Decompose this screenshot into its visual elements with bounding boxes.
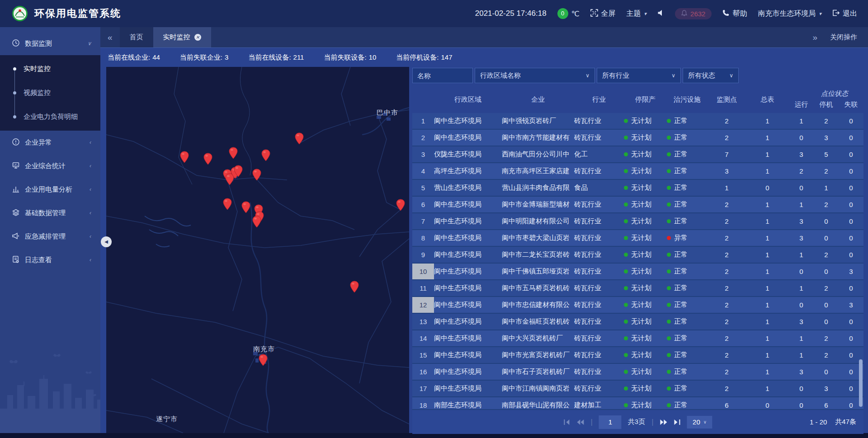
cell-monitor-count: 2 [708,134,746,141]
status-text: 正常 [674,284,688,292]
cell-stop-count: 0 [814,301,839,309]
datetime-display: 2021-02-25 17:46:18 [475,9,547,18]
map-marker-pin[interactable] [396,199,405,211]
sidebar-item-alert-circle[interactable]: 企业异常‹ [0,131,100,154]
cell-production-status: 无计划 [624,284,667,292]
sidebar-item-monitor-clock[interactable]: 数据监测∨ [0,32,100,55]
sidebar-item-megaphone[interactable]: 应急减排管理‹ [0,225,100,248]
first-page-button[interactable] [563,419,570,425]
chevron-down-icon: ∨ [671,72,675,79]
speaker-mute-button[interactable] [657,9,664,18]
map-marker-pin[interactable] [259,354,268,366]
region-filter-select[interactable]: 行政区域名称 ∨ [475,68,595,83]
row-index: 8 [412,230,434,246]
tab-close-icon[interactable]: ✕ [194,34,201,41]
table-row[interactable]: 17阆中生态环境局阆中市江南镇阆南页岩砖瓦行业无计划正常21030 [412,381,863,397]
cell-lost-count: 0 [839,117,863,125]
status-text: 无计划 [631,301,651,309]
tabs-scroll-left-icon[interactable]: « [108,33,113,42]
status-filter-select[interactable]: 所有状态 ∨ [683,68,739,83]
sidebar-subitem[interactable]: 视频监控 [0,81,100,105]
bell-icon [681,10,687,18]
table-row[interactable]: 6阆中生态环境局阆中市金博瑞新型墙材砖瓦行业无计划正常21120 [412,197,863,213]
status-dot-icon [624,320,628,324]
sidebar-subitem[interactable]: 实时监控 [0,57,100,81]
map-collapse-button[interactable]: ◀ [101,236,112,247]
cell-facility-status: 正常 [667,150,708,159]
cell-company: 阆中强锐页岩砖厂 [502,117,574,125]
map-marker-pin[interactable] [295,132,304,145]
name-filter-input[interactable] [412,68,473,83]
cell-region: 阆中生态环境局 [434,217,502,226]
table-row[interactable]: 4高坪生态环境局南充市高坪区王家店建砖瓦行业无计划正常31220 [412,163,863,180]
alarm-count-badge[interactable]: 2632 [675,8,712,19]
status-dot-icon [624,269,628,273]
theme-dropdown[interactable]: 主题 ▾ [627,9,647,19]
cell-region: 阆中生态环境局 [434,250,502,259]
table-row[interactable]: 8阆中生态环境局阆中市枣碧大梁山页岩砖瓦行业无计划异常21300 [412,230,863,247]
org-dropdown[interactable]: 南充市生态环境局 ▾ [758,9,821,19]
table-row[interactable]: 13阆中生态环境局阆中市金福旺页岩机砖砖瓦行业无计划正常21300 [412,314,863,330]
map-marker-pin[interactable] [252,216,261,228]
map-panel[interactable]: 巴中市南充市遂宁市 ◀ [106,67,409,433]
logout-button[interactable]: 退出 [832,9,857,19]
stat-value: 211 [293,53,304,61]
table-row[interactable]: 3仪陇生态环境局西南油气田分公司川中化工无计划正常71350 [412,146,863,163]
cell-stop-count: 2 [814,334,839,342]
table-scrollbar-thumb[interactable] [859,359,863,407]
industry-filter-select[interactable]: 所有行业 ∨ [597,68,681,83]
close-operations-button[interactable]: 关闭操作 [830,33,857,42]
table-row[interactable]: 10阆中生态环境局阆中千佛镇五郎垭页岩砖瓦行业无计划正常21003 [412,264,863,280]
table-row[interactable]: 11阆中生态环境局阆中市五马桥页岩机砖砖瓦行业无计划正常21120 [412,280,863,297]
map-marker-pin[interactable] [252,169,261,181]
table-row[interactable]: 15阆中生态环境局阆中市光富页岩机砖厂砖瓦行业无计划正常21120 [412,347,863,364]
table-row[interactable]: 14阆中生态环境局阆中大兴页岩机砖厂砖瓦行业无计划正常21120 [412,330,863,347]
status-dot-icon [667,336,671,340]
map-marker-pin[interactable] [229,147,238,159]
sidebar-item-stats-board[interactable]: 企业综合统计‹ [0,154,100,178]
previous-page-button[interactable] [576,419,584,425]
page-size-select[interactable]: 20 ∨ [687,416,712,429]
sidebar-item-log-file[interactable]: 日志查看‹ [0,248,100,272]
table-row[interactable]: 18南部生态环境局南部县砚华山泥有限公建材加工无计划正常60060 [412,397,863,409]
cell-meter-count: 1 [746,351,789,359]
tab-home[interactable]: 首页 [120,27,153,47]
table-row[interactable]: 5营山生态环境局营山县润丰肉食品有限食品无计划正常10010 [412,180,863,197]
table-row[interactable]: 16阆中生态环境局阆中市石子页岩机砖厂砖瓦行业无计划正常21300 [412,364,863,381]
last-page-button[interactable] [674,419,681,425]
fullscreen-button[interactable]: 全屏 [590,9,616,19]
cell-lost-count: 0 [839,334,863,342]
cell-stop-count: 2 [814,284,839,292]
map-marker-pin[interactable] [241,201,250,213]
row-index: 11 [412,280,434,296]
help-button[interactable]: 帮助 [722,9,747,19]
next-page-button[interactable] [660,419,668,425]
map-marker-pin[interactable] [203,153,212,165]
table-row[interactable]: 12阆中生态环境局阆中市忠信建材有限公砖瓦行业无计划正常21003 [412,297,863,314]
map-marker-pin[interactable] [180,151,189,163]
cell-meter-count: 1 [746,284,789,292]
tabs-scroll-right-icon[interactable]: » [812,33,817,42]
cell-stop-count: 2 [814,201,839,208]
sidebar-subitem[interactable]: 企业电力负荷明细 [0,105,100,129]
cell-industry: 砖瓦行业 [574,384,624,393]
sidebar-item-bar-chart[interactable]: 企业用电量分析‹ [0,178,100,201]
cell-run-count: 1 [789,251,814,259]
sidebar-item-layers[interactable]: 基础数据管理‹ [0,201,100,225]
map-marker-pin[interactable] [234,165,243,177]
map-marker-pin[interactable] [350,281,359,293]
map-marker-pin[interactable] [223,198,232,210]
table-row[interactable]: 9阆中生态环境局阆中市二龙长宝页岩砖砖瓦行业无计划正常21120 [412,247,863,264]
map-marker-pin[interactable] [261,149,270,161]
page-number-input[interactable] [599,415,622,429]
table-row[interactable]: 1阆中生态环境局阆中强锐页岩砖厂砖瓦行业无计划正常21120 [412,113,863,130]
table-row[interactable]: 2阆中生态环境局阆中市南方节能建材有砖瓦行业无计划正常21030 [412,130,863,146]
table-row[interactable]: 7阆中生态环境局阆中明阳建材有限公司砖瓦行业无计划正常21300 [412,213,863,230]
status-text: 无计划 [631,351,651,359]
cell-industry: 砖瓦行业 [574,284,624,292]
tab-realtime-monitor[interactable]: 实时监控 ✕ [153,27,211,47]
cell-industry: 砖瓦行业 [574,367,624,376]
col-group-header-point-status: 点位状态 [821,89,848,98]
log-file-icon [12,255,20,265]
temperature-badge: 0 ℃ [557,8,580,19]
